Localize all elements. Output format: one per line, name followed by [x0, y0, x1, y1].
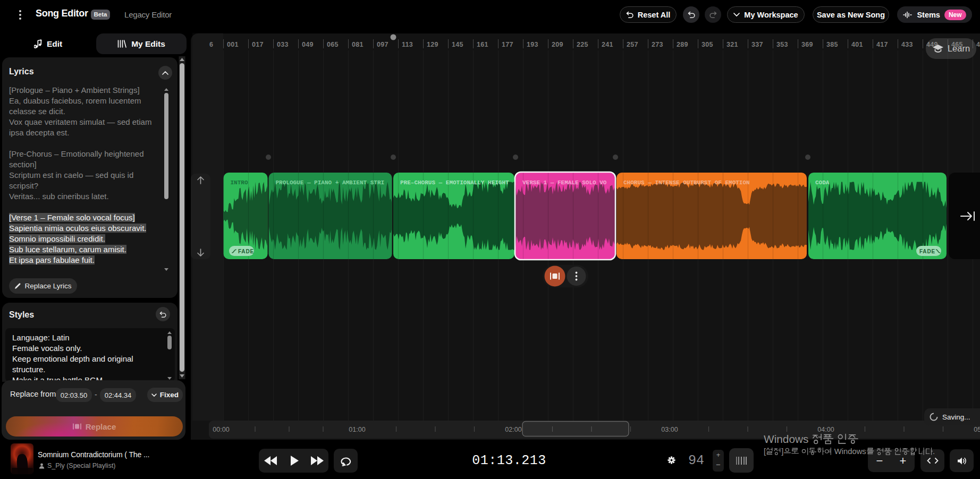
svg-text:Windows: Windows	[764, 433, 808, 445]
svg-text:01:00: 01:00	[349, 426, 365, 433]
svg-text:065: 065	[327, 41, 339, 48]
svg-text:6: 6	[209, 41, 213, 48]
svg-text:433: 433	[901, 41, 913, 48]
svg-text:481: 481	[976, 41, 980, 48]
svg-text:177: 177	[502, 41, 513, 48]
svg-text:305: 305	[702, 41, 713, 48]
svg-text:Windows: Windows	[834, 447, 866, 456]
svg-text:241: 241	[602, 41, 613, 48]
svg-text:273: 273	[652, 41, 663, 48]
svg-text:385: 385	[826, 41, 838, 48]
svg-text:129: 129	[427, 41, 438, 48]
svg-text:161: 161	[477, 41, 488, 48]
svg-text:.: .	[933, 447, 935, 456]
svg-text:VERSE 1 — FEMALE SOLO VO: VERSE 1 — FEMALE SOLO VO	[522, 179, 607, 186]
svg-text:03:00: 03:00	[661, 426, 678, 433]
svg-text:113: 113	[402, 41, 413, 48]
svg-text:369: 369	[801, 41, 813, 48]
svg-text:017: 017	[252, 41, 264, 48]
svg-text:257: 257	[627, 41, 638, 48]
svg-text:081: 081	[352, 41, 364, 48]
svg-text:CHORUS — INTENSE OUTBURST OF E: CHORUS — INTENSE OUTBURST OF EMOTION	[623, 179, 750, 186]
svg-text:PROLOGUE — PIANO + AMBIENT STR: PROLOGUE — PIANO + AMBIENT STRI	[276, 179, 385, 186]
svg-text:CODA: CODA	[815, 179, 830, 186]
svg-text:00:00: 00:00	[213, 426, 229, 433]
svg-text:FADE: FADE	[919, 249, 935, 254]
svg-text:417: 417	[876, 41, 888, 48]
svg-text:353: 353	[776, 41, 788, 48]
svg-text:145: 145	[452, 41, 463, 48]
svg-text:02:00: 02:00	[505, 426, 521, 433]
svg-text:337: 337	[751, 41, 763, 48]
svg-text:[: [	[764, 447, 766, 456]
svg-text:INTRO: INTRO	[231, 179, 248, 186]
svg-text:193: 193	[527, 41, 538, 48]
svg-text:289: 289	[677, 41, 688, 48]
svg-text:033: 033	[277, 41, 289, 48]
svg-text:097: 097	[377, 41, 388, 48]
svg-text:PRE–CHORUS — EMOTIONALLY HEIGH: PRE–CHORUS — EMOTIONALLY HEIGHT	[400, 179, 509, 186]
svg-text:401: 401	[851, 41, 863, 48]
svg-text:321: 321	[726, 41, 738, 48]
svg-text:001: 001	[227, 41, 239, 48]
svg-text:049: 049	[302, 41, 314, 48]
svg-text:209: 209	[552, 41, 563, 48]
svg-text:]: ]	[781, 447, 783, 456]
svg-text:225: 225	[577, 41, 588, 48]
svg-text:FADE: FADE	[238, 249, 254, 254]
